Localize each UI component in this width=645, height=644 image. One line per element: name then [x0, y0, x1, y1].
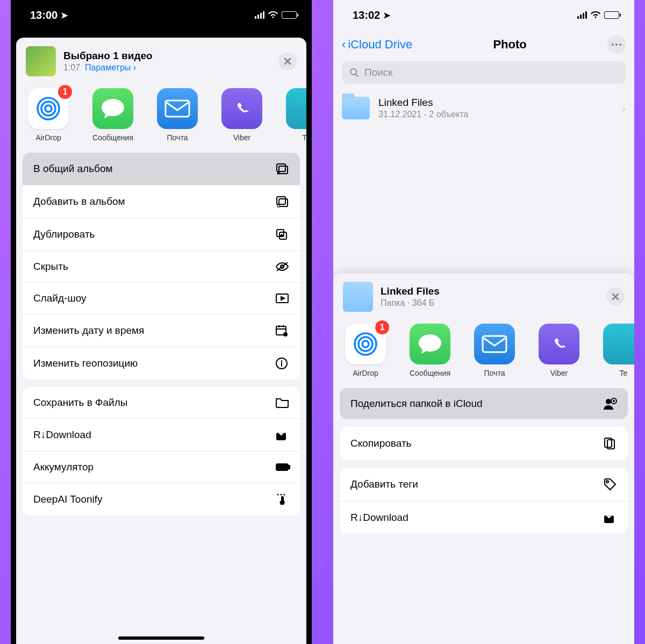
- action-добавить-в-альбом[interactable]: Добавить в альбом: [23, 185, 300, 218]
- action-label: R↓Download: [33, 429, 91, 441]
- location-icon: ➤: [383, 10, 390, 20]
- status-bar: 13:00 ➤: [11, 0, 312, 30]
- status-time: 13:00: [30, 9, 58, 22]
- chevron-right-icon: ›: [133, 63, 136, 72]
- share-apps-row[interactable]: 1 AirDrop Сообщения Почта Vibe: [333, 318, 634, 381]
- hide-icon: [275, 261, 289, 272]
- app-partial[interactable]: Te: [598, 324, 634, 377]
- download-icon: [603, 511, 617, 524]
- action-дублировать[interactable]: Дублировать: [23, 218, 300, 251]
- action-label: Добавить теги: [350, 478, 418, 490]
- location-icon: ➤: [61, 10, 68, 20]
- action-изменить-дату-и-время[interactable]: Изменить дату и время: [23, 314, 300, 347]
- sheet-subtitle: Папка · 364 Б: [381, 298, 440, 308]
- tag-icon: [603, 477, 617, 491]
- action-аккумулятор[interactable]: Аккумулятор: [23, 452, 300, 483]
- file-row[interactable]: Linked Files 31.12.2021 - 2 объекта ›: [342, 90, 626, 126]
- svg-rect-5: [277, 164, 285, 171]
- app-mail[interactable]: Почта: [152, 88, 203, 142]
- close-button[interactable]: [278, 52, 297, 70]
- person-add-icon: [603, 398, 617, 410]
- nav-bar: ‹ iCloud Drive Photo: [333, 30, 634, 59]
- app-viber[interactable]: Viber: [533, 324, 585, 377]
- duplicate-icon: [275, 228, 289, 241]
- action-label: Поделиться папкой в iCloud: [350, 398, 483, 410]
- add-album-icon: [275, 195, 289, 208]
- svg-point-0: [45, 105, 52, 112]
- svg-point-15: [283, 332, 288, 337]
- svg-rect-3: [166, 101, 189, 117]
- action-group-1: В общий альбомДобавить в альбомДублирова…: [23, 153, 300, 380]
- svg-point-22: [281, 494, 282, 496]
- home-indicator: [118, 636, 204, 640]
- svg-point-24: [612, 44, 614, 46]
- svg-rect-19: [289, 466, 290, 469]
- options-link[interactable]: Параметры: [85, 63, 131, 72]
- right-phone: 13:02 ➤ ‹ iCloud Drive Photo Пои: [333, 0, 634, 644]
- back-button[interactable]: ‹ iCloud Drive: [342, 38, 412, 52]
- action-label: Дублировать: [33, 228, 95, 240]
- svg-point-29: [359, 337, 372, 351]
- slideshow-icon: [275, 293, 289, 304]
- wifi-icon: [268, 11, 278, 19]
- svg-point-28: [362, 341, 369, 347]
- app-viber[interactable]: Viber: [216, 88, 268, 142]
- chevron-left-icon: ‹: [342, 38, 346, 52]
- svg-point-32: [606, 399, 611, 404]
- svg-rect-8: [277, 197, 285, 204]
- sheet-header: Выбрано 1 видео 1:07 Параметры ›: [16, 38, 306, 83]
- video-thumbnail: [26, 46, 56, 76]
- action-слайд-шоу[interactable]: Слайд-шоу: [23, 283, 300, 314]
- touch-icon: [275, 493, 289, 506]
- shared-album-icon: [275, 162, 289, 175]
- action-добавить-теги[interactable]: Добавить теги: [340, 468, 628, 502]
- app-messages[interactable]: Сообщения: [87, 88, 139, 142]
- battery-icon: [275, 463, 289, 471]
- action-поделиться-папкой-в-icloud[interactable]: Поделиться папкой в iCloud: [340, 388, 628, 419]
- action-label: Изменить геопозицию: [33, 357, 138, 369]
- close-button[interactable]: [606, 288, 625, 306]
- viber-icon: [221, 88, 262, 129]
- more-button[interactable]: [607, 35, 626, 54]
- action-label: Добавить в альбом: [33, 196, 125, 207]
- airdrop-icon: 1: [28, 88, 69, 129]
- search-input[interactable]: Поиск: [342, 61, 626, 84]
- action-r-download[interactable]: R↓Download: [23, 419, 300, 452]
- mail-icon: [157, 88, 198, 129]
- action-скопировать[interactable]: Скопировать: [340, 427, 628, 460]
- folder-icon: [275, 397, 289, 409]
- status-time: 13:02: [353, 9, 380, 22]
- badge: 1: [375, 320, 389, 334]
- action-group-2: Скопировать: [340, 427, 628, 460]
- file-list: Linked Files 31.12.2021 - 2 объекта ›: [333, 90, 634, 126]
- download-icon: [275, 428, 289, 441]
- action-label: Скрыть: [33, 261, 68, 273]
- badge: 1: [58, 85, 72, 99]
- folder-thumbnail: [343, 282, 373, 312]
- action-label: R↓Download: [350, 512, 408, 524]
- app-airdrop[interactable]: 1 AirDrop: [23, 88, 74, 142]
- action-label: Слайд-шоу: [33, 292, 87, 304]
- status-bar: 13:02 ➤: [333, 0, 634, 30]
- action-скрыть[interactable]: Скрыть: [23, 251, 300, 283]
- app-mail[interactable]: Почта: [469, 324, 520, 377]
- app-messages[interactable]: Сообщения: [404, 324, 456, 377]
- action-сохранить-в-файлы[interactable]: Сохранить в Файлы: [23, 387, 300, 419]
- action-изменить-геопозицию[interactable]: Изменить геопозицию: [23, 347, 300, 380]
- share-apps-row[interactable]: 1 AirDrop Сообщения Почта Vibe: [16, 83, 306, 145]
- copy-icon: [603, 437, 617, 450]
- info-icon: [275, 357, 289, 370]
- messages-icon: [92, 88, 133, 129]
- action-в-общий-альбом[interactable]: В общий альбом: [23, 153, 300, 185]
- action-r-download[interactable]: R↓Download: [340, 502, 628, 534]
- svg-point-23: [284, 494, 285, 496]
- action-group-2: Сохранить в ФайлыR↓DownloadАккумуляторDe…: [23, 387, 300, 516]
- page-title: Photo: [419, 38, 601, 52]
- sheet-subtitle: 1:07 Параметры ›: [63, 63, 153, 73]
- action-deepai-toonify[interactable]: DeepAI Toonify: [23, 483, 300, 516]
- app-partial[interactable]: Te: [281, 88, 306, 142]
- battery-icon: [282, 11, 297, 19]
- viber-icon: [539, 324, 579, 364]
- airdrop-icon: 1: [345, 324, 386, 364]
- app-airdrop[interactable]: 1 AirDrop: [340, 324, 391, 377]
